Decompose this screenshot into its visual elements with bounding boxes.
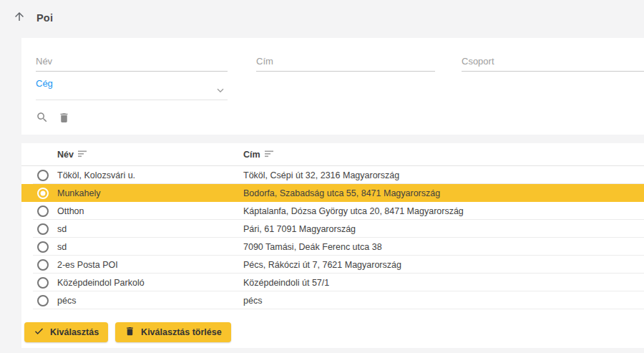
nev-filter-field (36, 54, 228, 72)
row-radio[interactable] (37, 241, 49, 253)
trash-icon (125, 326, 135, 339)
search-button[interactable] (36, 111, 49, 126)
trash-icon (58, 112, 70, 126)
table-row[interactable]: sd Pári, 61 7091 Magyarország (21, 220, 644, 238)
row-radio[interactable] (37, 170, 49, 181)
table-row[interactable]: 2-es Posta POI Pécs, Rákóczi út 7, 7621 … (21, 256, 644, 274)
column-header-nev[interactable]: Név (57, 143, 87, 166)
clear-selection-button-label: Kiválasztás törlése (141, 327, 222, 337)
row-radio[interactable] (37, 223, 49, 235)
column-header-cim[interactable]: Cím (243, 143, 274, 166)
table-row[interactable]: Munkahely Bodorfa, Szabadság utca 55, 84… (21, 184, 644, 202)
table-row[interactable]: sd 7090 Tamási, Deák Ferenc utca 38 (21, 238, 644, 256)
sort-lines-icon (78, 150, 87, 160)
ceg-select-label: Cég (36, 78, 53, 89)
row-radio[interactable] (37, 188, 49, 199)
column-header-cim-label: Cím (243, 150, 260, 160)
cell-cim: pécs (243, 296, 262, 306)
filter-actions (36, 111, 70, 126)
row-radio[interactable] (37, 259, 49, 271)
cell-cim: Káptalanfa, Dózsa György utca 20, 8471 M… (243, 206, 464, 216)
cim-filter-input[interactable] (256, 54, 435, 72)
csoport-filter-field (462, 54, 644, 72)
cell-cim: Bodorfa, Szabadság utca 55, 8471 Magyaro… (243, 188, 440, 198)
row-divider (33, 309, 644, 309)
cell-nev: Munkahely (57, 188, 100, 198)
cell-nev: 2-es Posta POI (57, 260, 118, 270)
cell-nev: sd (57, 242, 67, 252)
clear-filters-button[interactable] (58, 112, 70, 126)
back-button[interactable] (13, 10, 26, 25)
table-row[interactable]: Tököl, Kolozsvári u. Tököl, Csépi út 32,… (21, 166, 644, 184)
arrow-up-icon (13, 10, 26, 25)
cell-nev: Otthon (57, 206, 84, 216)
table-row[interactable]: Otthon Káptalanfa, Dózsa György utca 20,… (21, 202, 644, 220)
cim-filter-field (256, 54, 435, 72)
cell-cim: 7090 Tamási, Deák Ferenc utca 38 (243, 242, 382, 252)
ceg-select[interactable]: Cég (36, 77, 228, 100)
magnifier-icon (36, 111, 49, 126)
topbar: Poi (13, 10, 53, 25)
poi-table-panel: Név Cím Tököl, Kolozsvári u. Tököl, Csép… (21, 143, 644, 348)
row-radio[interactable] (37, 277, 49, 289)
row-radio[interactable] (37, 205, 49, 217)
page-title: Poi (36, 12, 53, 24)
cell-cim: Középdeindoli út 57/1 (243, 278, 329, 288)
table-header: Név Cím (21, 143, 644, 166)
table-row[interactable]: pécs pécs (21, 291, 644, 309)
cell-nev: Tököl, Kolozsvári u. (57, 170, 135, 180)
cell-nev: Középdeindol Parkoló (57, 278, 145, 288)
table-row[interactable]: Középdeindol Parkoló Középdeindoli út 57… (21, 274, 644, 291)
select-button[interactable]: Kiválasztás (24, 322, 108, 342)
filter-panel: Cég (21, 38, 644, 135)
cell-cim: Pári, 61 7091 Magyarország (243, 224, 356, 234)
footer-buttons: Kiválasztás Kiválasztás törlése (24, 322, 231, 342)
chevron-down-icon (215, 84, 226, 99)
cell-cim: Pécs, Rákóczi út 7, 7621 Magyarország (243, 260, 401, 270)
check-icon (34, 326, 44, 339)
csoport-filter-input[interactable] (462, 54, 644, 72)
poi-page: Poi Cég (0, 0, 644, 353)
row-radio[interactable] (37, 295, 49, 306)
cell-cim: Tököl, Csépi út 32, 2316 Magyarország (243, 170, 399, 180)
select-button-label: Kiválasztás (50, 327, 99, 337)
cell-nev: pécs (57, 296, 76, 306)
clear-selection-button[interactable]: Kiválasztás törlése (115, 322, 231, 342)
column-header-nev-label: Név (57, 150, 74, 160)
nev-filter-input[interactable] (36, 54, 228, 72)
table-rows: Tököl, Kolozsvári u. Tököl, Csépi út 32,… (21, 166, 644, 309)
sort-lines-icon (265, 150, 274, 160)
cell-nev: sd (57, 224, 67, 234)
